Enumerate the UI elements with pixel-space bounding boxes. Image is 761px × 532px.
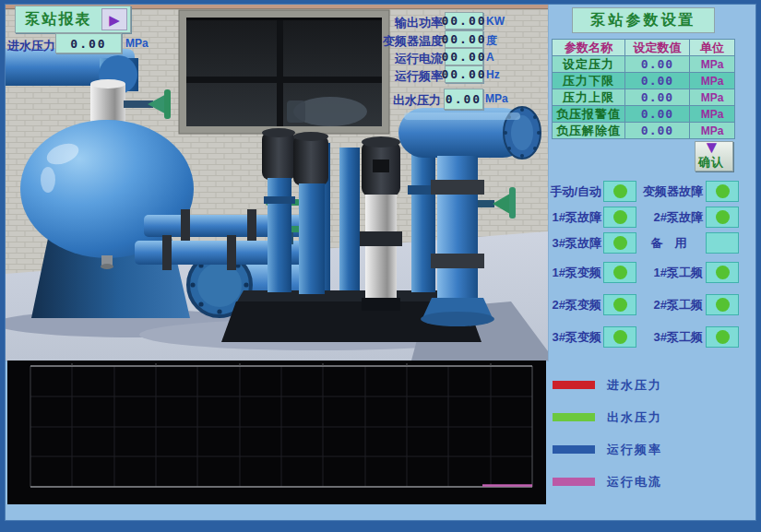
inlet-pressure-value: 0.00 <box>55 33 122 53</box>
param-name: 压力下限 <box>553 73 625 89</box>
legend-label-frequency: 运行频率 <box>607 442 662 458</box>
run-frequency-value: 00.00 <box>445 65 483 83</box>
report-arrow-icon: ▶ <box>101 8 127 30</box>
lamp-dot <box>613 236 627 250</box>
param-value-input[interactable]: 0.00 <box>625 89 690 106</box>
indicator-label-manual-auto: 手动/自动 <box>538 183 601 200</box>
lamp-dot <box>716 184 730 198</box>
run-current-label: 运行电流 <box>369 51 443 67</box>
legend-label-current: 运行电流 <box>607 474 662 491</box>
window <box>179 10 389 134</box>
indicator-lamp-pump1-fault <box>603 207 636 228</box>
lamp-dot <box>716 298 730 312</box>
col-header-unit: 单位 <box>690 40 735 56</box>
param-value-input[interactable]: 0.00 <box>625 73 690 89</box>
inlet-pressure-unit: MPa <box>125 37 149 50</box>
indicator-lamp-vfd-fault <box>706 181 739 202</box>
inlet-pressure-label: 进水压力 <box>7 38 55 54</box>
output-power-unit: KW <box>486 15 505 28</box>
report-button-label: 泵站报表 <box>16 10 101 30</box>
lamp-dot <box>613 298 627 312</box>
indicator-label-pump1-fault: 1#泵故障 <box>538 209 601 226</box>
vfd-temperature-label: 变频器温度 <box>369 33 443 50</box>
param-name: 压力上限 <box>553 89 625 106</box>
param-unit: MPa <box>690 89 735 106</box>
legend-swatch-frequency <box>553 445 595 454</box>
run-current-unit: A <box>486 51 494 64</box>
output-power-label: 输出功率 <box>369 15 443 31</box>
param-name: 负压解除值 <box>553 123 625 139</box>
param-value-input[interactable]: 0.00 <box>625 56 690 73</box>
param-name: 设定压力 <box>553 56 625 73</box>
indicator-label-pump1-mains: 1#泵工频 <box>635 265 703 281</box>
legend-swatch-outlet <box>553 413 595 421</box>
trend-chart-grid <box>7 361 546 504</box>
indicator-label-pump3-vfd: 3#泵变频 <box>538 329 601 346</box>
indicator-label-pump2-mains: 2#泵工频 <box>635 297 703 313</box>
indicator-lamp-pump3-fault <box>603 232 636 254</box>
param-name: 负压报警值 <box>553 106 625 123</box>
vfd-temperature-unit: 度 <box>486 33 497 49</box>
run-frequency-unit: Hz <box>486 68 500 81</box>
pump-station-hmi-screen: 泵站报表 ▶ 进水压力 0.00 MPa 输出功率 00.00 KW 变频器温度… <box>0 0 761 532</box>
lamp-dot <box>716 330 730 344</box>
indicator-label-pump2-fault: 2#泵故障 <box>635 209 703 226</box>
indicator-lamp-pump3-mains <box>706 326 739 348</box>
run-frequency-label: 运行频率 <box>369 68 443 85</box>
legend-swatch-inlet <box>553 381 595 389</box>
legend-swatch-current <box>553 478 595 486</box>
outlet-pressure-label: 出水压力 <box>393 92 441 109</box>
vfd-temperature-value: 00.00 <box>445 30 483 48</box>
outlet-pressure-value: 0.00 <box>444 89 483 110</box>
indicator-lamp-pump1-mains <box>706 262 739 283</box>
param-unit: MPa <box>690 73 735 89</box>
report-button[interactable]: 泵站报表 ▶ <box>15 6 131 33</box>
output-power-value: 00.00 <box>445 12 483 30</box>
col-header-name: 参数名称 <box>553 40 625 56</box>
indicator-label-pump3-mains: 3#泵工频 <box>635 329 703 346</box>
indicator-lamp-pump3-vfd <box>603 326 636 348</box>
param-value-input[interactable]: 0.00 <box>625 106 690 123</box>
indicator-lamp-pump2-vfd <box>603 294 636 315</box>
lamp-dot <box>716 266 730 279</box>
legend-label-inlet: 进水压力 <box>607 377 662 394</box>
indicator-lamp-pump2-fault <box>706 207 739 228</box>
run-current-value: 00.00 <box>445 48 483 65</box>
legend-label-outlet: 出水压力 <box>607 409 662 426</box>
indicator-lamp-spare <box>706 232 739 254</box>
param-value-input[interactable]: 0.00 <box>625 123 690 139</box>
confirm-button-label: 确认 <box>698 154 724 171</box>
indicator-lamp-pump2-mains <box>706 294 739 315</box>
indicator-label-spare: 备 用 <box>635 235 703 252</box>
indicator-label-vfd-fault: 变频器故障 <box>635 183 703 200</box>
trend-chart <box>7 361 546 504</box>
indicator-label-pump2-vfd: 2#泵变频 <box>538 297 601 313</box>
confirm-button[interactable]: ▼ 确认 <box>695 141 733 171</box>
param-unit: MPa <box>690 56 735 73</box>
lamp-dot <box>716 236 730 250</box>
lamp-dot <box>613 330 627 344</box>
parameter-panel-title: 泵站参数设置 <box>572 7 715 33</box>
lamp-dot <box>613 184 627 198</box>
indicator-lamp-manual-auto <box>603 181 636 202</box>
indicator-label-pump3-fault: 3#泵故障 <box>538 235 601 252</box>
lamp-dot <box>716 210 730 224</box>
indicator-label-pump1-vfd: 1#泵变频 <box>538 265 601 281</box>
parameter-table: 参数名称 设定数值 单位 设定压力 0.00 MPa 压力下限 0.00 MPa… <box>552 39 735 139</box>
lamp-dot <box>613 210 627 224</box>
col-header-value: 设定数值 <box>625 40 690 56</box>
param-unit: MPa <box>690 106 735 123</box>
lamp-dot <box>613 266 627 279</box>
indicator-lamp-pump1-vfd <box>603 262 636 283</box>
outlet-pressure-unit: MPa <box>485 92 508 105</box>
